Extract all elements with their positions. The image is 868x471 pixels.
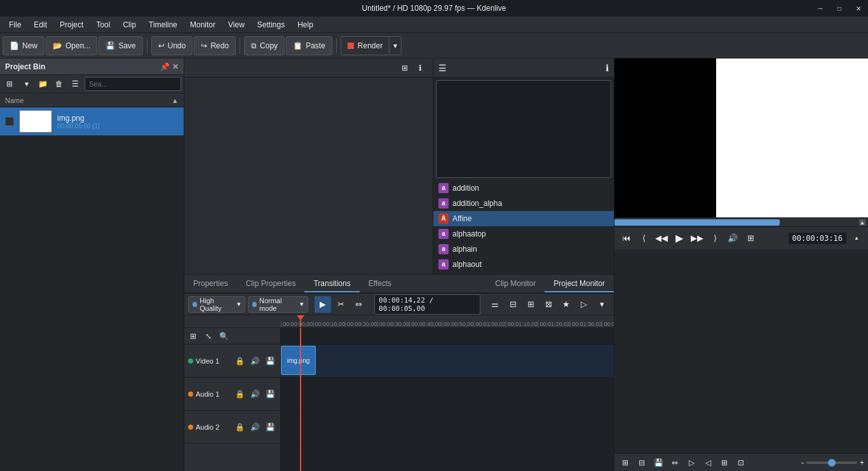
bin-item[interactable]: img.png 00:00:05:00 [1] <box>0 107 184 135</box>
copy-button[interactable]: ⧉ Copy <box>244 36 285 55</box>
save-button[interactable]: 💾 Save <box>98 36 142 55</box>
bin-delete-icon[interactable]: 🗑 <box>52 77 67 91</box>
tab-project-monitor[interactable]: Project Monitor <box>545 276 614 292</box>
zoom-plus-icon[interactable]: + <box>860 458 864 467</box>
add-track-icon[interactable]: ⊞ <box>187 330 200 343</box>
tab-clip-properties[interactable]: Clip Properties <box>237 276 305 292</box>
monitor-volume-button[interactable]: 🔊 <box>725 231 740 246</box>
monitor-step-forward-button[interactable]: ⟩ <box>707 231 722 246</box>
status-icon-4[interactable]: ⇔ <box>668 456 682 470</box>
status-icon-2[interactable]: ⊟ <box>635 456 649 470</box>
clip-viewer-info-icon[interactable]: ℹ <box>412 61 428 75</box>
clip-block-img[interactable]: img.png <box>281 346 316 375</box>
bin-dropdown-icon[interactable]: ▾ <box>19 77 34 91</box>
monitor-scrollbar[interactable]: ▲ <box>614 217 868 226</box>
resize-tool-button[interactable]: ⇔ <box>350 296 367 313</box>
audio-sync-button[interactable]: ⊞ <box>522 296 539 313</box>
audio2-lane[interactable] <box>281 411 614 444</box>
menu-clip[interactable]: Clip <box>116 18 142 31</box>
audio-split-button[interactable]: ⊠ <box>540 296 557 313</box>
effect-item-affine[interactable]: AAffine <box>433 211 614 226</box>
tab-transitions[interactable]: Transitions <box>304 276 359 292</box>
monitor-scroll-arrow[interactable]: ▲ <box>859 219 865 226</box>
zoom-minus-icon[interactable]: - <box>801 458 804 467</box>
status-icon-6[interactable]: ◁ <box>701 456 715 470</box>
monitor-fast-forward-button[interactable]: ▶▶ <box>689 231 705 246</box>
zoom-track[interactable] <box>806 461 857 464</box>
audio1-save-icon[interactable]: 💾 <box>264 388 276 400</box>
mode-dropdown[interactable]: Normal mode ▾ <box>248 296 308 313</box>
favorite-button[interactable]: ★ <box>558 296 574 313</box>
project-bin-close-icon[interactable]: ✕ <box>172 62 179 71</box>
razor-group-button[interactable]: ⚌ <box>487 296 503 313</box>
tab-clip-monitor[interactable]: Clip Monitor <box>486 276 545 292</box>
tab-properties[interactable]: Properties <box>184 276 237 292</box>
video1-save-icon[interactable]: 💾 <box>264 355 276 367</box>
zoom-in-icon[interactable]: 🔍 <box>217 330 230 343</box>
monitor-scroll-thumb[interactable] <box>614 219 780 226</box>
bin-view-icon[interactable]: ⊞ <box>3 77 17 91</box>
tab-effects[interactable]: Effects <box>360 276 400 292</box>
menu-file[interactable]: File <box>3 18 27 31</box>
undo-button[interactable]: ↩ Undo <box>151 36 193 55</box>
audio2-save-icon[interactable]: 💾 <box>264 421 276 433</box>
effect-item-addition[interactable]: aaddition <box>433 181 614 196</box>
bin-search-input[interactable] <box>85 77 181 91</box>
video1-lane[interactable]: img.png <box>281 345 614 378</box>
pin-icon[interactable]: 📌 <box>160 62 170 71</box>
render-button[interactable]: Render <box>341 36 389 55</box>
audio1-mute-icon[interactable]: 🔊 <box>248 388 261 400</box>
menu-tool[interactable]: Tool <box>90 18 116 31</box>
menu-view[interactable]: View <box>222 18 251 31</box>
collapse-tracks-icon[interactable]: ⤡ <box>202 330 215 343</box>
audio1-lock-icon[interactable]: 🔒 <box>233 388 246 400</box>
minimize-button[interactable]: ─ <box>811 0 830 17</box>
audio1-lane[interactable] <box>281 378 614 411</box>
render-dropdown-button[interactable]: ▾ <box>389 36 402 55</box>
monitor-step-back-button[interactable]: ⟨ <box>636 231 651 246</box>
menu-settings[interactable]: Settings <box>251 18 291 31</box>
zoom-thumb[interactable] <box>828 459 836 467</box>
paste-button[interactable]: 📋 Paste <box>286 36 332 55</box>
audio2-mute-icon[interactable]: 🔊 <box>248 421 261 433</box>
clip-viewer-grid-icon[interactable]: ⊞ <box>397 61 412 75</box>
monitor-skip-start-button[interactable]: ⏮ <box>618 231 634 246</box>
monitor-play-button[interactable]: ▶ <box>672 231 687 246</box>
menu-edit[interactable]: Edit <box>27 18 53 31</box>
effects-search-input[interactable] <box>436 80 611 178</box>
menu-timeline[interactable]: Timeline <box>142 18 184 31</box>
monitor-rewind-button[interactable]: ◀◀ <box>654 231 669 246</box>
bin-menu-icon[interactable]: ☰ <box>69 77 83 91</box>
effect-item-addition_alpha[interactable]: aaddition_alpha <box>433 196 614 211</box>
play-zone-chevron[interactable]: ▾ <box>593 296 610 313</box>
status-icon-3[interactable]: 💾 <box>651 456 665 470</box>
monitor-fullscreen-button[interactable]: ⊞ <box>743 231 758 246</box>
select-tool-button[interactable]: ▶ <box>315 296 331 313</box>
quality-dropdown[interactable]: High Quality ▾ <box>188 296 245 313</box>
cut-tool-button[interactable]: ✂ <box>332 296 349 313</box>
effect-item-alphaatop[interactable]: aalphaatop <box>433 226 614 242</box>
monitor-timecode-up-icon[interactable]: ▲ <box>849 231 864 246</box>
audio2-lock-icon[interactable]: 🔒 <box>233 421 246 433</box>
video1-mute-icon[interactable]: 🔊 <box>248 355 261 367</box>
redo-button[interactable]: ↪ Redo <box>194 36 236 55</box>
audio1-active-dot <box>188 392 193 397</box>
play-zone-button[interactable]: ▷ <box>576 296 592 313</box>
close-button[interactable]: ✕ <box>849 0 868 17</box>
effect-item-alphaout[interactable]: aalphaout <box>433 257 614 272</box>
split-audio-button[interactable]: ⊟ <box>505 296 521 313</box>
status-icon-5[interactable]: ▷ <box>684 456 698 470</box>
bin-item-checkbox[interactable] <box>5 117 14 126</box>
status-icon-8[interactable]: ⊡ <box>734 456 748 470</box>
new-button[interactable]: 📄 New <box>3 36 44 55</box>
menu-help[interactable]: Help <box>291 18 320 31</box>
menu-monitor[interactable]: Monitor <box>184 18 222 31</box>
status-icon-7[interactable]: ⊞ <box>717 456 731 470</box>
video1-lock-icon[interactable]: 🔒 <box>233 355 246 367</box>
bin-add-folder-icon[interactable]: 📁 <box>36 77 51 91</box>
effect-item-alphain[interactable]: aalphain <box>433 242 614 257</box>
open-button[interactable]: 📂 Open... <box>46 36 97 55</box>
menu-project[interactable]: Project <box>53 18 90 31</box>
maximize-button[interactable]: □ <box>830 0 849 17</box>
status-icon-1[interactable]: ⊞ <box>618 456 632 470</box>
